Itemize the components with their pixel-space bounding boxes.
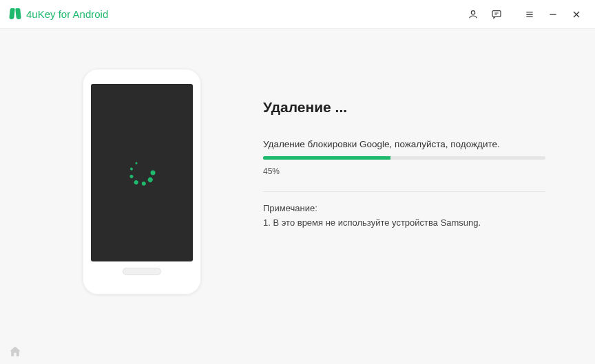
progress-fill bbox=[263, 156, 390, 160]
app-logo: 4uKey for Android bbox=[10, 8, 108, 21]
progress-percent: 45% bbox=[263, 167, 563, 176]
app-name: 4uKey for Android bbox=[26, 8, 108, 20]
note-title: Примечание: bbox=[263, 203, 563, 213]
main-content: Удаление ... Удаление блокировки Google,… bbox=[0, 29, 595, 295]
status-subheading: Удаление блокировки Google, пожалуйста, … bbox=[263, 139, 563, 149]
close-button[interactable] bbox=[565, 0, 588, 29]
account-icon[interactable] bbox=[461, 0, 485, 29]
phone-home-button bbox=[123, 268, 161, 275]
divider bbox=[263, 191, 545, 192]
loading-spinner-icon bbox=[127, 158, 157, 188]
svg-point-0 bbox=[471, 10, 474, 14]
progress-bar bbox=[263, 156, 545, 160]
phone-mockup bbox=[83, 69, 201, 295]
window-controls bbox=[461, 0, 588, 29]
svg-rect-1 bbox=[492, 10, 501, 17]
minimize-button[interactable] bbox=[541, 0, 565, 29]
home-icon[interactable] bbox=[8, 345, 22, 358]
feedback-icon[interactable] bbox=[485, 0, 508, 29]
phone-screen bbox=[91, 84, 193, 261]
status-panel: Удаление ... Удаление блокировки Google,… bbox=[201, 69, 563, 295]
note-line-1: 1. В это время не используйте устройства… bbox=[263, 217, 563, 228]
logo-icon bbox=[10, 8, 22, 21]
status-heading: Удаление ... bbox=[263, 99, 563, 116]
menu-icon[interactable] bbox=[518, 0, 541, 29]
title-bar: 4uKey for Android bbox=[0, 0, 595, 29]
